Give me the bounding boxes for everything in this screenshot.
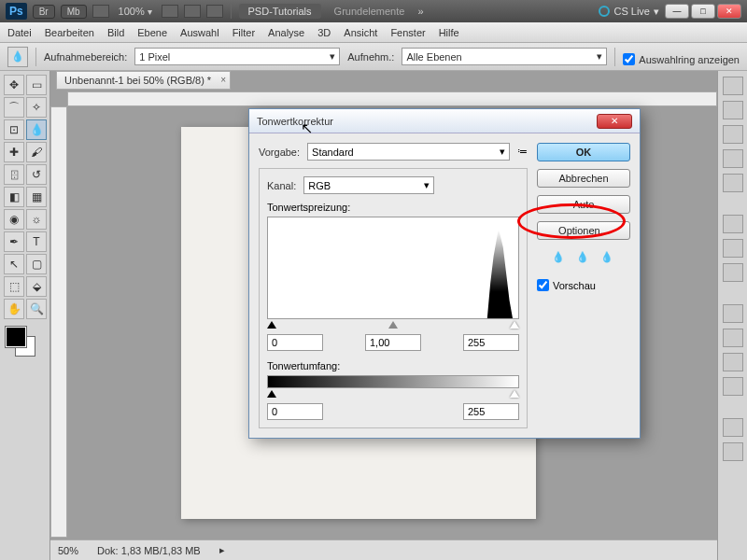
output-slider[interactable] [267,390,519,399]
wand-tool[interactable]: ✧ [26,97,47,118]
pen-tool[interactable]: ✒ [4,231,24,252]
lasso-tool[interactable]: ⌒ [4,97,24,118]
status-zoom[interactable]: 50% [58,545,78,556]
menu-ansicht[interactable]: Ansicht [344,27,377,38]
dialog-titlebar[interactable]: Tonwertkorrektur ✕ [249,109,640,133]
blur-tool[interactable]: ◉ [4,209,24,230]
heal-tool[interactable]: ✚ [4,142,24,162]
horizontal-ruler[interactable] [67,91,717,106]
document-tab[interactable]: Unbenannt-1 bei 50% (RGB/8) *× [56,71,231,90]
minimize-button[interactable]: — [665,4,689,19]
input-black-field[interactable] [267,334,323,351]
status-doc-size[interactable]: Dok: 1,83 MB/1,83 MB [97,545,201,556]
arrange-icon[interactable] [184,5,201,18]
minibridge-button[interactable]: Mb [61,5,87,19]
3d-tool[interactable]: ⬚ [4,276,24,297]
menu-fenster[interactable]: Fenster [390,27,425,38]
menu-analyse[interactable]: Analyse [268,27,304,38]
hand-icon[interactable] [162,5,178,18]
tab-close-icon[interactable]: × [220,75,226,85]
output-black-slider[interactable] [267,390,276,398]
app-titlebar: Ps Br Mb 100% ▾ PSD-Tutorials Grundeleme… [0,0,747,22]
eraser-tool[interactable]: ◧ [4,187,24,207]
options-button[interactable]: Optionen... [537,221,630,240]
type-tool[interactable]: T [26,231,47,252]
vertical-ruler[interactable] [50,106,67,538]
eyedropper-tool[interactable]: 💧 [26,119,47,140]
stamp-tool[interactable]: ⌹ [4,164,24,185]
white-eyedropper-icon[interactable]: 💧 [600,251,615,266]
black-eyedropper-icon[interactable]: 💧 [552,251,567,266]
panel-icon-9[interactable] [723,304,743,323]
panel-icon-4[interactable] [723,149,743,168]
eyedropper-tool-icon[interactable]: 💧 [7,47,28,67]
sample-layers-dropdown[interactable]: Alle Ebenen▾ [402,48,607,65]
menu-bearbeiten[interactable]: Bearbeiten [45,27,94,38]
menu-datei[interactable]: Datei [7,27,32,38]
history-brush-tool[interactable]: ↺ [26,164,47,185]
ok-button[interactable]: OK [537,143,630,161]
panel-icon-14[interactable] [723,442,743,461]
menu-bild[interactable]: Bild [107,27,124,38]
brush-tool[interactable]: 🖌 [26,142,47,162]
preset-dropdown[interactable]: Standard▾ [307,143,510,161]
panel-icon-5[interactable] [723,174,743,192]
gray-eyedropper-icon[interactable]: 💧 [576,251,591,266]
panel-icon-3[interactable] [723,125,743,144]
gradient-tool[interactable]: ▦ [26,187,47,207]
panel-icon-6[interactable] [723,215,743,233]
shape-tool[interactable]: ▢ [26,254,47,274]
channel-dropdown[interactable]: RGB▾ [303,176,434,194]
panel-icon-2[interactable] [723,101,743,119]
menu-hilfe[interactable]: Hilfe [439,27,459,38]
menu-auswahl[interactable]: Auswahl [180,27,219,38]
cancel-button[interactable]: Abbrechen [537,169,630,188]
output-white-slider[interactable] [510,390,519,398]
3d-camera-tool[interactable]: ⬙ [26,276,47,297]
panel-icon-7[interactable] [723,239,743,258]
move-tool[interactable]: ✥ [4,75,24,95]
menu-ebene[interactable]: Ebene [137,27,167,38]
zoom-dropdown[interactable]: 100% ▾ [115,6,156,17]
grundelemente-button[interactable]: Grundelemente [327,4,413,19]
channel-label: Kanal: [267,180,296,191]
panel-icon-11[interactable] [723,353,743,371]
output-levels-label: Tonwertumfang: [267,360,519,371]
screen-icon[interactable] [206,5,223,18]
hand-tool[interactable]: ✋ [4,299,24,319]
input-slider[interactable] [267,321,519,330]
zoom-tool[interactable]: 🔍 [26,299,47,319]
bridge-button[interactable]: Br [33,5,55,19]
marquee-tool[interactable]: ▭ [26,75,47,95]
panel-icon-1[interactable] [723,77,743,95]
preview-checkbox[interactable]: Vorschau [537,279,630,291]
output-white-field[interactable] [463,403,519,420]
path-tool[interactable]: ↖ [4,254,24,274]
panel-icon-8[interactable] [723,263,743,282]
sample-ring-checkbox[interactable]: Auswahlring anzeigen [623,53,740,65]
color-swatch[interactable] [4,325,47,358]
gamma-slider[interactable] [388,321,398,329]
black-point-slider[interactable] [267,321,276,329]
view-icon[interactable] [92,5,109,18]
maximize-button[interactable]: □ [691,4,715,19]
white-point-slider[interactable] [510,321,519,329]
auto-button[interactable]: Auto [537,195,630,214]
input-white-field[interactable] [463,334,519,351]
foreground-color[interactable] [6,327,26,347]
input-gamma-field[interactable] [365,334,421,351]
output-black-field[interactable] [267,403,323,420]
panel-icon-10[interactable] [723,329,743,347]
menu-filter[interactable]: Filter [233,27,255,38]
panel-icon-13[interactable] [723,418,743,437]
crop-tool[interactable]: ⊡ [4,119,24,140]
psd-tutorials-button[interactable]: PSD-Tutorials [239,4,321,19]
dialog-close-button[interactable]: ✕ [597,114,632,129]
panel-icon-12[interactable] [723,377,743,396]
cs-live-button[interactable]: CS Live ▾ [599,6,659,18]
close-button[interactable]: ✕ [717,4,741,19]
dodge-tool[interactable]: ☼ [26,209,47,230]
sample-size-dropdown[interactable]: 1 Pixel▾ [134,48,340,65]
menu-3d[interactable]: 3D [317,27,331,38]
preset-menu-icon[interactable]: ≔ [517,146,528,158]
